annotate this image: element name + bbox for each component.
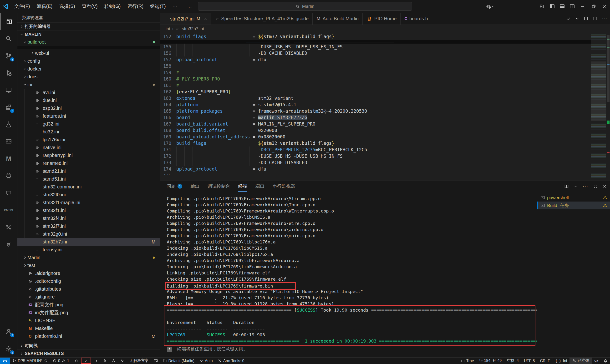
tree-item-配置文件.png[interactable]: 配置文件.png bbox=[17, 301, 160, 309]
code-line-157[interactable]: 157upload_protocol = dfu bbox=[160, 56, 591, 63]
menu-···[interactable]: ··· bbox=[169, 3, 181, 10]
compare-icon[interactable] bbox=[584, 16, 588, 21]
search-results-section[interactable]: SEARCH RESULTS bbox=[17, 350, 160, 357]
activity-explorer[interactable] bbox=[0, 13, 17, 30]
breadcrumb-file[interactable]: stm32h7.ini bbox=[182, 26, 204, 31]
code-line-162[interactable]: 162[env:FLY_SUPER8_PRO] bbox=[160, 89, 591, 95]
activity-devices[interactable] bbox=[0, 167, 17, 184]
status-arm-tools[interactable]: Arm Tools: 0 bbox=[215, 358, 247, 364]
tree-item-.editorconfig[interactable]: .editorconfig bbox=[17, 277, 160, 285]
more-actions-icon[interactable]: ··· bbox=[602, 16, 608, 21]
activity-settings[interactable]: 1 bbox=[0, 340, 17, 357]
tree-item-due.ini[interactable]: due.ini bbox=[17, 96, 160, 104]
status-problems[interactable]: 01 bbox=[50, 358, 72, 364]
code-line-161[interactable]: 161# bbox=[160, 82, 591, 89]
code-line-173[interactable]: 173 -DD_CACHE_DISABLED bbox=[160, 159, 591, 166]
code-line-158[interactable]: 158 bbox=[160, 63, 591, 69]
tree-item-docker[interactable]: docker bbox=[17, 65, 160, 73]
minimap-slider[interactable] bbox=[591, 62, 606, 121]
code-line-175[interactable]: 175 bbox=[160, 172, 591, 175]
maximize-panel-icon[interactable] bbox=[594, 184, 597, 188]
status-port-auto[interactable]: Auto bbox=[197, 358, 215, 364]
tree-item-stm32h7.ini[interactable]: stm32h7.iniM bbox=[17, 238, 160, 246]
menu-查看(V)[interactable]: 查看(V) bbox=[78, 3, 101, 10]
panel-tab-输出[interactable]: 输出 bbox=[190, 181, 199, 192]
minimize-icon[interactable] bbox=[577, 0, 588, 13]
activity-chat[interactable] bbox=[0, 184, 17, 202]
tree-item-samd21.ini[interactable]: samd21.ini bbox=[17, 167, 160, 175]
code-line-164[interactable]: 164platform = ststm32@15.4.1 bbox=[160, 102, 591, 108]
activity-test-lab[interactable] bbox=[0, 116, 17, 133]
status-upload-task[interactable] bbox=[91, 358, 100, 364]
activity-run-debug[interactable] bbox=[0, 64, 17, 81]
copilot-button[interactable] bbox=[486, 4, 494, 9]
tree-item-esp32.ini[interactable]: esp32.ini bbox=[17, 104, 160, 112]
tree-item-avr.ini[interactable]: avr.ini bbox=[17, 89, 160, 96]
toggle-secondary-sidebar-icon[interactable] bbox=[567, 0, 577, 13]
tab-SpeedTestStructure_PLA_41m29s.gcode[interactable]: SpeedTestStructure_PLA_41m29s.gcode bbox=[211, 13, 313, 25]
panel-tab-终端[interactable]: 终端 bbox=[238, 181, 247, 192]
status-csharp[interactable]: C# bbox=[592, 358, 601, 364]
tree-item-samd51.ini[interactable]: samd51.ini bbox=[17, 175, 160, 183]
menu-终端(T)[interactable]: 终端(T) bbox=[147, 3, 169, 10]
status-remote[interactable]: >< bbox=[0, 358, 10, 364]
code-line-166[interactable]: 166board = marlin_STM32H723ZG bbox=[160, 114, 591, 121]
tree-item-lpc176x.ini[interactable]: lpc176x.ini bbox=[17, 136, 160, 144]
tree-item-config[interactable]: config bbox=[17, 57, 160, 65]
tree-item-docs[interactable]: docs bbox=[17, 73, 160, 81]
code-editor[interactable]: 152build_flags = ${stm32_variant.build_f… bbox=[160, 33, 610, 181]
tree-item-buildroot[interactable]: buildroot bbox=[17, 38, 160, 46]
tree-item-features.ini[interactable]: features.ini bbox=[17, 112, 160, 120]
status-notifications[interactable] bbox=[601, 358, 610, 364]
code-line-152[interactable]: 152build_flags = ${stm32_variant.build_f… bbox=[160, 33, 591, 40]
breadcrumb-folder[interactable]: ini bbox=[166, 26, 170, 31]
terminal-instance-powershell[interactable]: powershell bbox=[537, 194, 610, 202]
panel-tab-问题[interactable]: 问题1 bbox=[167, 181, 182, 192]
tree-item-gd32.ini[interactable]: gd32.ini bbox=[17, 120, 160, 128]
tree-item-stm32f0.ini[interactable]: stm32f0.ini bbox=[17, 191, 160, 199]
code-line-172[interactable]: 172 -DUSE_USB_HS -DUSE_USB_HS_IN_FS bbox=[160, 153, 591, 159]
activity-embedded-tools[interactable] bbox=[0, 219, 17, 236]
toggle-panel-icon[interactable] bbox=[557, 0, 567, 13]
activity-platformio[interactable] bbox=[0, 236, 17, 253]
tree-item-.aiderignore[interactable]: .aiderignore bbox=[17, 269, 160, 277]
panel-tab-端口[interactable]: 端口 bbox=[255, 181, 264, 192]
tab-boards.h[interactable]: Cboards.h bbox=[401, 13, 432, 25]
terminal-output[interactable]: Compiling .pio\build\LPC1769\FrameworkAr… bbox=[160, 192, 537, 357]
split-terminal-icon[interactable] bbox=[564, 184, 569, 188]
status-cursor-position[interactable]: 行 184, 列 49 bbox=[477, 358, 504, 364]
code-line-160[interactable]: 160# FLY SUPER8 PRO bbox=[160, 76, 591, 82]
status-language-mode[interactable]: { }Ini bbox=[553, 358, 570, 364]
activity-extensions[interactable]: 2 bbox=[0, 99, 17, 116]
menu-编辑(E)[interactable]: 编辑(E) bbox=[33, 3, 56, 10]
run-check-icon[interactable] bbox=[566, 16, 571, 21]
back-icon[interactable]: ← bbox=[188, 3, 193, 10]
tree-item-stm32f1.ini[interactable]: stm32f1.ini bbox=[17, 207, 160, 214]
code-line-174[interactable]: 174upload_protocol = dfu bbox=[160, 166, 591, 172]
tree-item-teensy.ini[interactable]: teensy.ini bbox=[17, 246, 160, 254]
tree-item-platformio.ini[interactable]: platformio.iniM bbox=[17, 332, 160, 340]
chevron-down-icon[interactable] bbox=[575, 17, 579, 21]
status-indentation[interactable]: 空格: 4 bbox=[504, 358, 521, 364]
tree-item-native.ini[interactable]: native.ini bbox=[17, 144, 160, 152]
code-line-155[interactable]: 155 -DUSE_USB_HS -DUSE_USB_HS_IN_FS bbox=[160, 44, 591, 50]
layout-customize-icon[interactable] bbox=[537, 0, 547, 13]
activity-search[interactable] bbox=[0, 30, 17, 47]
tree-item-.gitattributes[interactable]: .gitattributes bbox=[17, 285, 160, 293]
tree-item-renamed.ini[interactable]: renamed.ini bbox=[17, 159, 160, 167]
code-line-169[interactable]: 169board_upload.offset_address = 0x08020… bbox=[160, 134, 591, 140]
tree-item-LICENSE[interactable]: LICENSE bbox=[17, 317, 160, 325]
activity-accounts[interactable]: 3 bbox=[0, 323, 17, 340]
tree-item-Makefile[interactable]: MMakefile bbox=[17, 325, 160, 332]
panel-tab-串行监视器[interactable]: 串行监视器 bbox=[273, 181, 295, 192]
close-icon[interactable] bbox=[204, 17, 207, 21]
tree-item-test[interactable]: test bbox=[17, 261, 160, 269]
explorer-more-actions-icon[interactable]: ··· bbox=[150, 15, 156, 21]
status-encoding[interactable]: UTF-8 bbox=[521, 358, 537, 364]
status-solution[interactable]: 无解决方案 bbox=[127, 358, 151, 364]
code-line-170[interactable]: 170build_flags = ${stm32_variant.build_f… bbox=[160, 140, 591, 146]
tree-item-hc32.ini[interactable]: hc32.ini bbox=[17, 128, 160, 136]
tab-Auto Build Marlin[interactable]: MAuto Build Marlin bbox=[313, 13, 363, 25]
code-line-171[interactable]: 171 -DRCC_PERIPHCLK_I2C35=RCC_PERIPHCLK_… bbox=[160, 146, 591, 153]
status-copilot-status[interactable]: 已注销 bbox=[570, 358, 592, 364]
